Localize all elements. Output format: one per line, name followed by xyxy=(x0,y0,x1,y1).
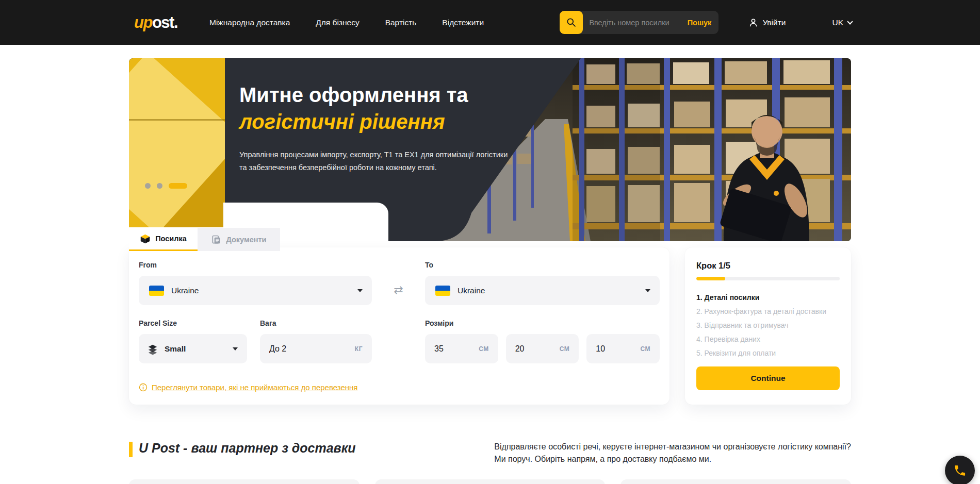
step-item-5: 5. Реквізити для оплати xyxy=(696,349,840,357)
call-fab-button[interactable] xyxy=(945,456,975,484)
hero-banner-wrap: Митне оформлення та логістичні рішення У… xyxy=(129,58,851,241)
from-country-select[interactable]: Ukraine xyxy=(139,276,372,305)
from-label: From xyxy=(139,261,372,269)
carousel-dot[interactable] xyxy=(145,183,151,189)
ukraine-flag-icon xyxy=(149,286,164,296)
search-button[interactable] xyxy=(560,11,583,34)
calculator-section: From Ukraine ⇄ To Ukraine xyxy=(129,247,851,405)
login-label: Увійти xyxy=(762,18,786,27)
nav-item-track[interactable]: Відстежити xyxy=(442,18,484,27)
about-text: Відправляєте особисті речі, керуєте інте… xyxy=(494,441,851,465)
from-country-value: Ukraine xyxy=(171,286,199,295)
about-heading: U Post - ваш партнер з доставки xyxy=(129,441,356,457)
width-unit: см xyxy=(560,345,570,353)
to-label: To xyxy=(425,261,660,269)
weight-field[interactable]: кг xyxy=(260,334,372,363)
parcel-size-select[interactable]: Small xyxy=(139,334,247,363)
continue-button[interactable]: Continue xyxy=(696,366,840,390)
dropdown-arrow-icon xyxy=(645,289,650,292)
search-submit-button[interactable]: Пошук xyxy=(687,19,719,27)
length-unit: см xyxy=(479,345,489,353)
direction-card[interactable] xyxy=(620,479,851,484)
envelope-fold-line xyxy=(129,119,225,121)
stacked-layers-icon xyxy=(147,343,158,355)
hero-left-graphic xyxy=(129,58,225,241)
parcel-size-value: Small xyxy=(165,344,186,354)
step-item-3: 3. Відправник та отримувач xyxy=(696,322,840,329)
nav-item-pricing[interactable]: Вартість xyxy=(385,18,417,27)
carousel-dot[interactable] xyxy=(157,183,162,189)
nav-item-international-delivery[interactable]: Міжнародна доставка xyxy=(209,18,290,27)
height-field[interactable]: см xyxy=(586,334,660,363)
hero-title-line1: Митне оформлення та xyxy=(239,81,581,108)
tracking-number-input[interactable] xyxy=(583,19,686,27)
phone-icon xyxy=(953,464,967,477)
login-button[interactable]: Увійти xyxy=(748,18,786,27)
chevron-down-icon xyxy=(847,19,853,24)
upost-logo[interactable]: upost. xyxy=(134,13,177,32)
carousel-dots xyxy=(145,183,187,189)
logo-prefix: up xyxy=(134,13,152,31)
tab-parcel[interactable]: Посилка xyxy=(129,228,198,251)
info-icon xyxy=(139,383,148,392)
logo-suffix: ost. xyxy=(152,13,177,31)
accent-bar xyxy=(129,442,133,457)
progress-bar-fill xyxy=(696,277,725,280)
steps-card: Крок 1/5 1. Деталі посилки 2. Рахунок-фа… xyxy=(685,247,851,405)
steps-title: Крок 1/5 xyxy=(696,261,840,271)
carousel-dot-active[interactable] xyxy=(169,183,187,189)
swap-countries-icon[interactable]: ⇄ xyxy=(394,283,403,296)
to-country-value: Ukraine xyxy=(458,286,485,295)
length-input[interactable] xyxy=(434,344,472,354)
tab-parcel-label: Посилка xyxy=(155,235,187,243)
nav-item-for-business[interactable]: Для бізнесу xyxy=(316,18,359,27)
height-unit: см xyxy=(641,345,651,353)
about-text-line1: Відправляєте особисті речі, керуєте інте… xyxy=(494,441,851,453)
ukraine-flag-icon xyxy=(435,286,450,296)
steps-list: 1. Деталі посилки 2. Рахунок-фактура та … xyxy=(696,294,840,357)
direction-cards-row xyxy=(129,479,851,484)
restricted-items-link[interactable]: Переглянути товари, які не приймаються д… xyxy=(152,383,358,392)
tab-documents-label: Документи xyxy=(226,236,266,244)
weight-input[interactable] xyxy=(269,344,335,354)
parcel-size-label: Parcel Size xyxy=(139,319,247,327)
step-item-4: 4. Перевірка даних xyxy=(696,336,840,343)
step-item-1: 1. Деталі посилки xyxy=(696,294,840,301)
parcel-box-icon xyxy=(140,233,151,244)
hero-banner: Митне оформлення та логістичні рішення У… xyxy=(129,58,851,241)
search-icon xyxy=(566,17,577,28)
shipment-type-tabs: Посилка Документи xyxy=(129,228,280,251)
progress-bar xyxy=(696,277,840,280)
language-selector[interactable]: UK xyxy=(832,18,852,27)
main-nav: Міжнародна доставка Для бізнесу Вартість… xyxy=(209,18,484,27)
direction-card[interactable] xyxy=(375,479,606,484)
tracking-search-bar: Пошук xyxy=(560,11,718,34)
width-input[interactable] xyxy=(515,344,553,354)
tab-documents[interactable]: Документи xyxy=(198,228,280,251)
direction-card[interactable] xyxy=(129,479,360,484)
weight-label: Вага xyxy=(260,319,372,327)
dropdown-arrow-icon xyxy=(233,347,238,351)
weight-unit: кг xyxy=(355,345,363,353)
parcel-form-card: From Ukraine ⇄ To Ukraine xyxy=(129,247,669,405)
documents-icon xyxy=(211,235,221,245)
to-country-select[interactable]: Ukraine xyxy=(425,276,660,305)
about-title: U Post - ваш партнер з доставки xyxy=(139,441,356,456)
header: upost. Міжнародна доставка Для бізнесу В… xyxy=(0,0,980,45)
width-field[interactable]: см xyxy=(506,334,579,363)
about-section: U Post - ваш партнер з доставки Відправл… xyxy=(129,441,851,465)
dimensions-label: Розміри xyxy=(425,319,660,327)
length-field[interactable]: см xyxy=(425,334,498,363)
step-item-2: 2. Рахунок-фактура та деталі доставки xyxy=(696,308,840,315)
height-input[interactable] xyxy=(596,344,634,354)
user-icon xyxy=(748,18,758,27)
about-text-line2: Ми поруч. Обиріть напрям, а про доставку… xyxy=(494,453,851,465)
language-value: UK xyxy=(832,18,843,27)
dropdown-arrow-icon xyxy=(357,289,363,292)
